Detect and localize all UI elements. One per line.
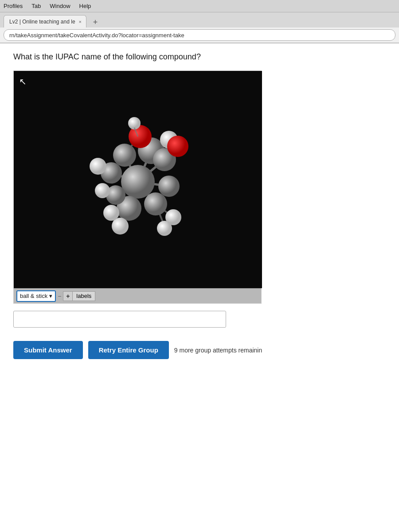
svg-point-36: [128, 117, 141, 129]
svg-point-29: [103, 205, 119, 221]
attempts-remaining-text: 9 more group attempts remainin: [174, 347, 262, 354]
molecule-container: ↖: [13, 70, 262, 304]
menu-tab[interactable]: Tab: [31, 3, 41, 9]
tab-bar: Lv2 | Online teaching and le × +: [0, 12, 399, 27]
address-bar[interactable]: rn/takeAssignment/takeCovalentActivity.d…: [4, 29, 395, 41]
chevron-down-icon: ▾: [49, 293, 52, 299]
svg-point-32: [90, 158, 106, 175]
svg-point-23: [144, 192, 167, 215]
svg-point-31: [157, 221, 172, 236]
browser-chrome: Lv2 | Online teaching and le × + rn/take…: [0, 12, 399, 43]
page-content: What is the IUPAC name of the following …: [0, 43, 399, 532]
svg-point-33: [95, 183, 110, 198]
browser-tab[interactable]: Lv2 | Online teaching and le ×: [4, 15, 86, 27]
menu-window[interactable]: Window: [50, 3, 70, 9]
labels-button[interactable]: labels: [73, 291, 95, 301]
svg-point-35: [167, 136, 188, 157]
svg-point-17: [121, 165, 155, 199]
view-select[interactable]: ball & stick ▾: [16, 290, 56, 302]
molecule-toolbar: ball & stick ▾ − + labels: [14, 288, 261, 303]
submit-answer-button[interactable]: Submit Answer: [13, 341, 83, 359]
menu-profiles[interactable]: Profiles: [4, 3, 23, 9]
address-text: rn/takeAssignment/takeCovalentActivity.d…: [9, 32, 184, 39]
tab-close-button[interactable]: ×: [79, 19, 82, 24]
tab-label: Lv2 | Online teaching and le: [9, 19, 75, 25]
menu-help[interactable]: Help: [79, 3, 91, 9]
retry-entire-group-button[interactable]: Retry Entire Group: [88, 341, 169, 359]
molecule-svg: [14, 71, 262, 288]
buttons-row: Submit Answer Retry Entire Group 9 more …: [13, 341, 386, 359]
address-bar-row: rn/takeAssignment/takeCovalentActivity.d…: [0, 27, 399, 43]
zoom-in-button[interactable]: +: [63, 291, 73, 301]
new-tab-button[interactable]: +: [90, 17, 101, 27]
molecule-canvas: ↖: [14, 71, 262, 288]
toolbar-separator: −: [56, 293, 63, 300]
view-select-label: ball & stick: [20, 293, 47, 299]
answer-input[interactable]: [13, 311, 226, 328]
svg-point-20: [113, 144, 136, 167]
answer-input-container: [13, 311, 226, 328]
question-text: What is the IUPAC name of the following …: [13, 52, 386, 62]
svg-point-24: [158, 176, 180, 197]
menu-bar: Profiles Tab Window Help: [0, 0, 399, 12]
